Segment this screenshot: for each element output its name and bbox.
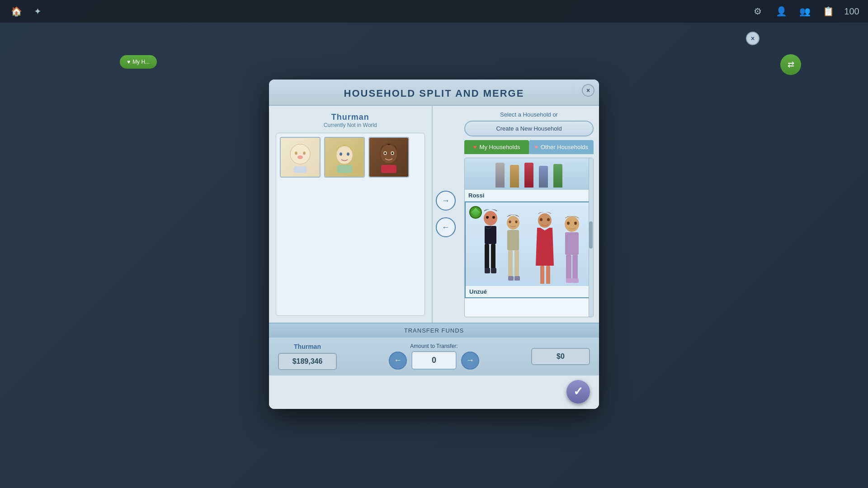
svg-rect-30 xyxy=(514,276,520,281)
modal-backdrop: Household Split and Merge × Thurman Curr… xyxy=(0,0,868,488)
household-split-merge-modal: Household Split and Merge × Thurman Curr… xyxy=(269,80,599,409)
svg-point-17 xyxy=(492,216,495,219)
transfer-section: Transfer Funds Thurman $189,346 Amount t… xyxy=(269,323,599,375)
households-list[interactable]: Rossi xyxy=(464,158,594,317)
amount-label: Amount to Transfer: xyxy=(410,343,458,349)
diamond-icon xyxy=(471,208,480,217)
svg-rect-41 xyxy=(565,232,579,255)
svg-point-7 xyxy=(347,152,349,155)
svg-rect-21 xyxy=(485,268,490,273)
svg-rect-45 xyxy=(572,278,579,283)
tab-my-households[interactable]: ♥ My Households xyxy=(464,140,529,154)
household-name: Thurman xyxy=(276,113,425,122)
household-item-unzue[interactable]: Unzué xyxy=(465,202,593,298)
heart-icon: ♥ xyxy=(473,144,477,150)
heart-icon-other: ♥ xyxy=(534,144,538,150)
svg-point-23 xyxy=(507,216,519,230)
svg-point-1 xyxy=(295,151,297,155)
sims-grid xyxy=(276,133,425,316)
transfer-controls: Amount to Transfer: ← → xyxy=(341,343,527,370)
svg-rect-35 xyxy=(546,266,550,284)
svg-rect-27 xyxy=(508,250,513,277)
svg-point-33 xyxy=(547,218,550,221)
svg-rect-18 xyxy=(485,226,496,244)
svg-point-0 xyxy=(290,144,310,164)
destination-amount: $0 xyxy=(531,348,590,365)
svg-point-38 xyxy=(565,216,579,232)
sim-legs-2 xyxy=(510,165,519,188)
source-label: Thurman xyxy=(294,343,321,350)
svg-rect-29 xyxy=(508,276,514,281)
svg-rect-44 xyxy=(566,278,572,283)
svg-point-6 xyxy=(340,152,342,155)
svg-point-39 xyxy=(567,221,570,225)
modal-title: Household Split and Merge xyxy=(278,88,590,99)
svg-point-25 xyxy=(515,221,518,223)
svg-rect-20 xyxy=(491,244,495,269)
sim-portrait-dark[interactable] xyxy=(368,137,409,178)
decrease-amount-button[interactable]: ← xyxy=(389,352,407,370)
transfer-right-button[interactable]: → xyxy=(436,191,456,211)
transfer-amount-input[interactable] xyxy=(411,351,457,370)
transfer-arrows: → ← xyxy=(433,106,459,323)
close-button[interactable]: × xyxy=(582,84,594,97)
sim-face-baby xyxy=(281,138,320,177)
svg-point-40 xyxy=(574,221,577,225)
svg-point-2 xyxy=(303,151,306,155)
svg-rect-42 xyxy=(566,255,571,280)
svg-point-5 xyxy=(336,146,353,164)
tab-my-label: My Households xyxy=(480,144,520,150)
svg-point-24 xyxy=(509,221,511,223)
svg-rect-19 xyxy=(485,244,489,269)
right-panel: Select a Household or Create a New House… xyxy=(459,106,599,323)
svg-rect-34 xyxy=(540,266,544,284)
unzue-label: Unzué xyxy=(466,286,592,297)
tab-other-households[interactable]: ♥ Other Households xyxy=(529,140,594,154)
sim-legs-4 xyxy=(539,166,548,188)
select-label: Select a Household or xyxy=(464,111,594,118)
svg-rect-43 xyxy=(572,255,578,280)
confirm-button[interactable]: ✓ xyxy=(566,380,590,404)
svg-rect-28 xyxy=(514,250,519,277)
create-new-household-button[interactable]: Create a New Household xyxy=(464,121,594,136)
household-subtitle: Currently Not in World xyxy=(276,122,425,128)
svg-point-16 xyxy=(486,216,489,219)
modal-body: Thurman Currently Not in World xyxy=(269,106,599,323)
svg-rect-14 xyxy=(381,165,396,173)
unzue-sims-preview xyxy=(466,205,592,284)
transfer-left-button[interactable]: ← xyxy=(436,217,456,237)
svg-rect-8 xyxy=(337,165,352,173)
selected-badge xyxy=(469,206,482,219)
source-amount: $189,346 xyxy=(278,353,337,370)
household-item-rossi[interactable]: Rossi xyxy=(465,158,593,202)
left-panel: Thurman Currently Not in World xyxy=(269,106,433,323)
source-funds: Thurman $189,346 xyxy=(278,343,337,370)
sim-portrait-blonde[interactable] xyxy=(324,137,365,178)
transfer-header: Transfer Funds xyxy=(269,324,599,338)
confirm-area: ✓ xyxy=(269,375,599,409)
transfer-body: Thurman $189,346 Amount to Transfer: ← →… xyxy=(269,338,599,375)
sim-legs-5 xyxy=(553,164,562,188)
svg-rect-26 xyxy=(507,230,519,250)
svg-point-13 xyxy=(392,152,393,154)
increase-amount-button[interactable]: → xyxy=(461,352,479,370)
sim-legs-1 xyxy=(495,163,505,188)
tab-other-label: Other Households xyxy=(541,144,588,150)
svg-rect-22 xyxy=(491,268,496,273)
svg-point-32 xyxy=(540,218,542,221)
destination-funds: $0 xyxy=(531,348,590,365)
svg-point-12 xyxy=(384,152,386,154)
transfer-amount-row: ← → xyxy=(389,351,479,370)
scrollbar-track[interactable] xyxy=(589,158,593,317)
svg-point-3 xyxy=(297,155,303,159)
sim-portrait-baby[interactable] xyxy=(280,137,321,178)
svg-rect-4 xyxy=(293,166,307,173)
sim-face-blonde xyxy=(325,138,364,177)
rossi-label: Rossi xyxy=(465,190,593,201)
sim-legs-3 xyxy=(524,163,533,188)
modal-header: Household Split and Merge × xyxy=(269,80,599,106)
sim-face-dark xyxy=(369,138,408,177)
unzue-preview xyxy=(466,202,592,286)
scrollbar-thumb[interactable] xyxy=(589,221,593,249)
rossi-preview xyxy=(465,158,593,190)
